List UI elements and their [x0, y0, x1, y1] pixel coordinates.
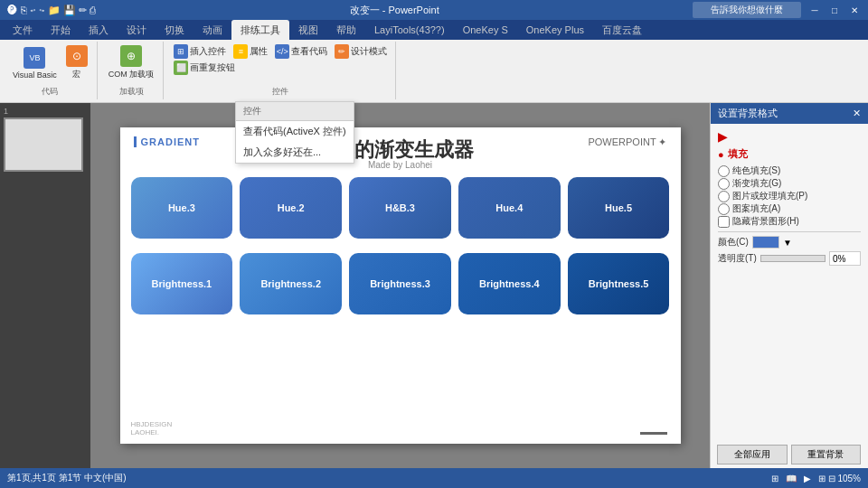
slide-thumbnail-1[interactable]: GRADIENT 老黑的渐变生成器 POWERPOINT: [4, 117, 83, 172]
dropdown-item-1[interactable]: 查看代码(ActiveX 控件): [236, 121, 354, 142]
transparency-input[interactable]: [829, 251, 861, 266]
slide-number-1: 1: [4, 107, 87, 116]
card-brightness2[interactable]: Brightness.2: [240, 253, 342, 314]
minimize-btn[interactable]: ─: [808, 4, 821, 16]
insert-control-icon: ⊞: [174, 44, 188, 59]
ribbon-group-code: VB Visual Basic ⊙ 宏 代码: [4, 42, 98, 99]
visual-basic-btn[interactable]: VB Visual Basic: [9, 43, 61, 82]
card-hb3[interactable]: H&B.3: [349, 177, 451, 239]
radio-gradient-fill[interactable]: 渐变填充(G): [718, 177, 861, 190]
draw-btn[interactable]: ⬜ 画重复按钮: [171, 60, 238, 76]
ribbon-tabs: 文件 开始 插入 设计 切换 动画 排练工具 视图 帮助 LayiTools(4…: [0, 20, 868, 40]
ribbon-group-controls: ⊞ 插入控件 ≡ 属性 </> 查看代码 ✏ 设计模式 ⬜: [165, 42, 396, 99]
view-reading-btn[interactable]: 📖: [786, 474, 797, 483]
card-hue4[interactable]: Hue.4: [458, 177, 561, 239]
panel-section-title: ● 填充: [718, 147, 861, 161]
tab-onekey-s[interactable]: OneKey S: [454, 20, 517, 40]
card-hue3[interactable]: Hue.3: [131, 177, 233, 239]
addins-group-label: 加载项: [105, 86, 158, 98]
title-bar-title: 改变一 - PowerPoint: [96, 4, 693, 17]
transparency-slider[interactable]: [760, 255, 826, 262]
card-brightness3[interactable]: Brightness.3: [349, 253, 451, 314]
tab-practice-tools[interactable]: 排练工具: [231, 20, 289, 40]
quick-access: ⎘ ↩ ↪ 📁 💾 ✏ ⎙: [21, 5, 96, 16]
properties-icon: ≡: [233, 44, 248, 59]
tab-design[interactable]: 设计: [118, 20, 156, 40]
view-code-btn[interactable]: </> 查看代码: [272, 43, 330, 60]
view-slide-show-btn[interactable]: ▶: [804, 474, 811, 483]
tab-onekey-plus[interactable]: OneKey Plus: [517, 20, 593, 40]
brightness-cards-row: Brightness.1 Brightness.2 Brightness.3 B…: [120, 246, 681, 322]
transparency-row: 透明度(T): [718, 251, 861, 266]
dropdown-title: 控件: [236, 102, 354, 121]
properties-btn[interactable]: ≡ 属性: [231, 43, 270, 60]
radio-pattern-fill[interactable]: 图案填充(A): [718, 202, 861, 215]
title-bar-left: 🅟 ⎘ ↩ ↪ 📁 💾 ✏ ⎙: [7, 5, 96, 16]
card-hue5[interactable]: Hue.5: [568, 177, 670, 239]
zoom-level: ⊞ ⊟ 105%: [818, 474, 861, 483]
color-row: 颜色(C) ▼: [718, 236, 861, 249]
apply-all-btn[interactable]: 全部应用: [717, 445, 788, 465]
dropdown-item-2[interactable]: 加入众多好还在...: [236, 142, 354, 163]
code-group-label: 代码: [9, 86, 91, 98]
view-code-icon: </>: [275, 44, 289, 59]
checkbox-hide-bg[interactable]: 隐藏背景图形(H): [718, 215, 861, 228]
color-picker[interactable]: [752, 236, 779, 249]
controls-row1: ⊞ 插入控件 ≡ 属性 </> 查看代码 ✏ 设计模式: [171, 43, 390, 60]
radio-solid-fill[interactable]: 纯色填充(S): [718, 164, 861, 177]
insert-control-btn[interactable]: ⊞ 插入控件: [171, 43, 229, 60]
radio-picture-fill[interactable]: 图片或纹理填充(P): [718, 190, 861, 202]
tab-transitions[interactable]: 切换: [156, 20, 193, 40]
panel-btn-row: 全部应用 重置背景: [710, 441, 868, 468]
draw-icon: ⬜: [174, 61, 188, 75]
maximize-btn[interactable]: □: [828, 4, 841, 16]
card-hue2[interactable]: Hue.2: [240, 177, 342, 239]
slide-canvas: GRADIENT 老黑的渐变生成器 POWERPOINT ✦ Made by L…: [120, 127, 681, 444]
app-icon: 🅟: [7, 5, 17, 15]
status-bar: 第1页,共1页 第1节 中文(中国) ⊞ 📖 ▶ ⊞ ⊟ 105%: [0, 468, 868, 488]
macro-icon: ⊙: [66, 45, 88, 67]
status-left: 第1页,共1页 第1节 中文(中国): [7, 472, 127, 484]
footer-line2: LAOHEI.: [131, 428, 173, 436]
com-icon: ⊕: [120, 45, 142, 67]
color-dropdown-btn[interactable]: ▼: [783, 238, 792, 248]
macro-btn[interactable]: ⊙ 宏: [62, 43, 91, 82]
color-label: 颜色(C): [718, 236, 749, 249]
ribbon: 文件 开始 插入 设计 切换 动画 排练工具 视图 帮助 LayiTools(4…: [0, 20, 868, 103]
panel-divider: [718, 231, 861, 232]
tab-layitools[interactable]: LayiTools(43??): [365, 20, 454, 40]
tab-help[interactable]: 帮助: [327, 20, 365, 40]
tab-view[interactable]: 视图: [289, 20, 327, 40]
panel-indicator: ▶: [718, 129, 861, 144]
slide-panel: 1 GRADIENT 老黑的渐变生成器 POWERPOINT: [0, 103, 90, 468]
design-icon: ✏: [335, 44, 349, 59]
panel-close-btn[interactable]: ✕: [853, 108, 861, 119]
title-bar-right: 告訴我你想做什麼 ─ □ ✕: [693, 2, 861, 18]
tab-home[interactable]: 开始: [42, 20, 80, 40]
view-normal-btn[interactable]: ⊞: [771, 474, 778, 483]
main-area: 1 GRADIENT 老黑的渐变生成器 POWERPOINT: [0, 103, 868, 468]
close-btn[interactable]: ✕: [848, 4, 861, 16]
tab-file[interactable]: 文件: [4, 20, 42, 40]
transparency-label: 透明度(T): [718, 252, 757, 265]
controls-row2: ⬜ 画重复按钮: [171, 60, 238, 76]
ribbon-content: VB Visual Basic ⊙ 宏 代码 ⊕ COM 加载项 加载项: [0, 40, 868, 103]
gradient-label: GRADIENT: [134, 136, 200, 147]
tab-baidu[interactable]: 百度云盘: [593, 20, 651, 40]
dropdown-menu: 控件 查看代码(ActiveX 控件) 加入众多好还在...: [235, 101, 354, 164]
tab-animations[interactable]: 动画: [193, 20, 231, 40]
status-right: ⊞ 📖 ▶ ⊞ ⊟ 105%: [771, 474, 861, 483]
card-brightness1[interactable]: Brightness.1: [131, 253, 233, 314]
com-addins-btn[interactable]: ⊕ COM 加载项: [105, 43, 158, 82]
design-mode-btn[interactable]: ✏ 设计模式: [332, 43, 390, 60]
canvas-area: GRADIENT 老黑的渐变生成器 POWERPOINT ✦ Made by L…: [90, 103, 710, 468]
card-brightness4[interactable]: Brightness.4: [458, 253, 561, 314]
search-box[interactable]: 告訴我你想做什麼: [693, 2, 801, 18]
reset-bg-btn[interactable]: 重置背景: [791, 445, 862, 465]
tab-insert[interactable]: 插入: [80, 20, 118, 40]
ribbon-row-code: VB Visual Basic ⊙ 宏: [9, 43, 91, 82]
panel-section-fill: ▶ ● 填充 纯色填充(S) 渐变填充(G) 图片或纹理填充(P) 图案填充(A…: [711, 124, 868, 274]
card-brightness5[interactable]: Brightness.5: [568, 253, 670, 314]
panel-header: 设置背景格式 ✕: [711, 103, 868, 124]
slide-footer: HBJDESIGN LAOHEI.: [131, 420, 173, 436]
